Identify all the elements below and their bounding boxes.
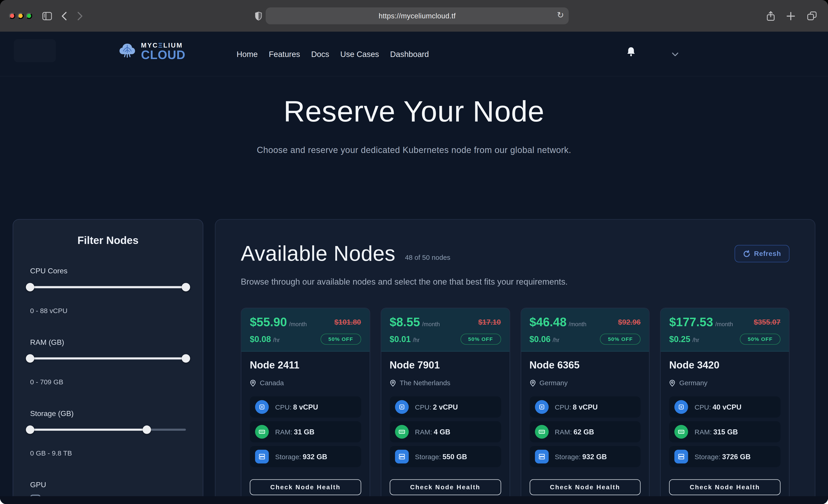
original-price: $101.80: [334, 318, 361, 326]
nav-link-docs[interactable]: Docs: [311, 50, 329, 58]
sidebar-toggle-icon[interactable]: [38, 0, 56, 32]
hero-section: Reserve Your Node Choose and reserve you…: [0, 94, 828, 155]
node-name: Node 7901: [389, 360, 501, 371]
traffic-light-minimize[interactable]: [17, 13, 24, 19]
check-node-health-button[interactable]: Check Node Health: [250, 479, 361, 495]
node-name: Node 3420: [669, 360, 780, 371]
refresh-icon: [743, 250, 750, 257]
range-slider[interactable]: [30, 283, 186, 292]
node-location: Germany: [679, 379, 708, 387]
slider-fill: [30, 358, 186, 360]
slider-handle-min[interactable]: [26, 354, 35, 363]
original-price: $17.10: [478, 318, 501, 326]
node-location: Canada: [260, 379, 284, 387]
ram-icon: [255, 425, 269, 439]
nodes-count: 48 of 50 nodes: [405, 253, 450, 261]
traffic-light-close[interactable]: [9, 13, 15, 19]
privacy-shield-icon: [252, 0, 264, 32]
nav-links: HomeFeaturesDocsUse CasesDashboard: [237, 32, 429, 77]
page-subtitle: Choose and reserve your dedicated Kubern…: [0, 145, 828, 155]
range-slider[interactable]: [30, 354, 186, 363]
ram-icon: [674, 425, 688, 439]
slider-handle-min[interactable]: [26, 425, 35, 434]
slider-handle-max[interactable]: [143, 425, 151, 434]
location-pin-icon: [389, 379, 396, 387]
check-node-health-button[interactable]: Check Node Health: [669, 479, 780, 495]
cpu-icon: [395, 400, 409, 414]
user-menu-chevron-down-icon[interactable]: [672, 51, 678, 58]
gpu-filter-label: GPU: [30, 480, 186, 489]
node-name: Node 2411: [250, 360, 361, 371]
nav-link-dashboard[interactable]: Dashboard: [390, 50, 429, 58]
window-bottom-strip: [0, 496, 828, 504]
share-icon[interactable]: [762, 0, 778, 32]
slider-handle-max[interactable]: [181, 354, 190, 363]
nav-link-use-cases[interactable]: Use Cases: [340, 50, 379, 58]
nav-link-features[interactable]: Features: [269, 50, 300, 58]
address-bar[interactable]: https://myceliumcloud.tf ↻: [266, 7, 569, 24]
location-pin-icon: [530, 379, 536, 387]
back-icon[interactable]: [57, 0, 71, 32]
tab-overview-icon[interactable]: [803, 0, 820, 32]
cpu-spec-row: CPU:2 vCPU: [389, 396, 501, 418]
original-price: $92.96: [618, 318, 641, 326]
node-cards-row: $55.90/month $101.80 $0.08/hr 50% OFF No…: [241, 308, 790, 504]
filter-range-text: 0 - 709 GB: [30, 378, 186, 386]
discount-badge: 50% OFF: [320, 334, 361, 345]
page-content: MYCΞLIUM CLOUD HomeFeaturesDocsUse Cases…: [0, 32, 828, 504]
refresh-button[interactable]: Refresh: [735, 245, 789, 262]
nav-link-home[interactable]: Home: [237, 50, 258, 58]
ram-spec-row: RAM:62 GB: [530, 421, 641, 443]
ram-spec-row: RAM:31 GB: [250, 421, 361, 443]
site-navbar: MYCΞLIUM CLOUD HomeFeaturesDocsUse Cases…: [0, 32, 828, 77]
range-slider[interactable]: [30, 425, 186, 434]
filter-label: CPU Cores: [30, 266, 186, 275]
storage-icon: [395, 450, 409, 464]
reload-icon[interactable]: ↻: [557, 10, 564, 20]
brand-name-top: MYCΞLIUM: [141, 42, 186, 49]
location-pin-icon: [250, 379, 256, 387]
ram-icon: [535, 425, 548, 439]
node-name: Node 6365: [530, 360, 641, 371]
discount-badge: 50% OFF: [460, 334, 501, 345]
url-text: https://myceliumcloud.tf: [379, 12, 456, 20]
new-tab-icon[interactable]: [783, 0, 798, 32]
filter-group: CPU Cores 0 - 88 vCPU: [30, 266, 186, 314]
cpu-icon: [674, 400, 688, 414]
brand-logo[interactable]: MYCΞLIUM CLOUD: [117, 41, 185, 63]
filter-range-text: 0 GB - 9.8 TB: [30, 449, 186, 457]
storage-spec-row: Storage:932 GB: [250, 446, 361, 467]
ram-spec-row: RAM:4 GB: [389, 421, 501, 443]
forward-icon[interactable]: [73, 0, 87, 32]
slider-handle-max[interactable]: [181, 283, 190, 292]
filter-title: Filter Nodes: [30, 234, 186, 247]
filter-range-text: 0 - 88 vCPU: [30, 307, 186, 314]
node-card-price-header: $177.53/month $355.07 $0.25/hr 50% OFF: [661, 308, 789, 351]
monthly-price: $55.90: [250, 315, 287, 329]
storage-spec-row: Storage:550 GB: [389, 446, 501, 467]
node-card: $8.55/month $17.10 $0.01/hr 50% OFF Node…: [380, 308, 510, 504]
notifications-bell-icon[interactable]: [626, 46, 636, 59]
node-card-price-header: $8.55/month $17.10 $0.01/hr 50% OFF: [381, 308, 509, 351]
storage-spec-row: Storage:932 GB: [530, 446, 641, 467]
node-card: $46.48/month $92.96 $0.06/hr 50% OFF Nod…: [521, 308, 650, 504]
nodes-description: Browse through our available nodes and s…: [241, 277, 790, 287]
node-card: $55.90/month $101.80 $0.08/hr 50% OFF No…: [241, 308, 370, 504]
check-node-health-button[interactable]: Check Node Health: [530, 479, 641, 495]
ram-icon: [395, 425, 409, 439]
storage-icon: [255, 450, 269, 464]
storage-icon: [535, 450, 548, 464]
original-price: $355.07: [754, 318, 780, 326]
hourly-price: $0.25: [669, 334, 690, 343]
slider-handle-min[interactable]: [26, 283, 35, 292]
traffic-light-zoom[interactable]: [26, 13, 32, 19]
filter-label: RAM (GB): [30, 338, 186, 346]
filter-group: Storage (GB) 0 GB - 9.8 TB: [30, 409, 186, 457]
available-nodes-title: Available Nodes: [241, 242, 396, 265]
cpu-icon: [255, 400, 269, 414]
check-node-health-button[interactable]: Check Node Health: [389, 479, 501, 495]
filter-group: RAM (GB) 0 - 709 GB: [30, 338, 186, 386]
cpu-spec-row: CPU:40 vCPU: [669, 396, 780, 418]
mycelium-cloud-logo-icon: [117, 41, 137, 63]
storage-icon: [674, 450, 688, 464]
